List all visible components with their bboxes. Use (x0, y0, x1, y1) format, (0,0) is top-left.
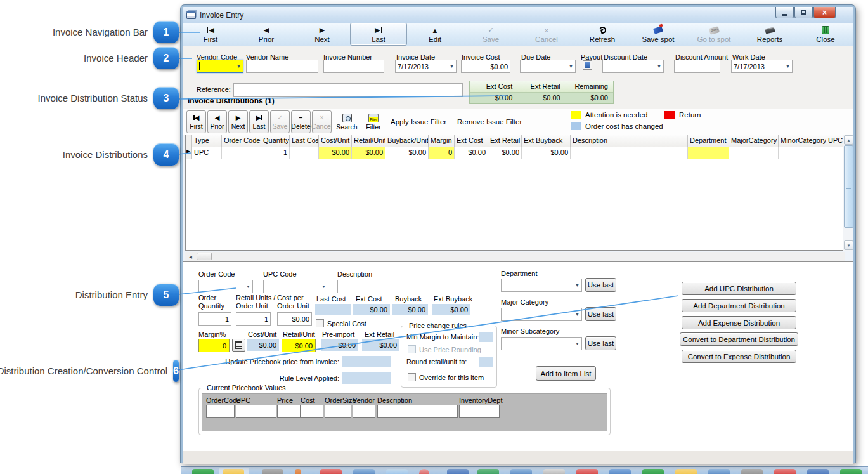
cell-description[interactable] (571, 147, 688, 159)
cell-cost-unit[interactable]: $0.00 (319, 147, 352, 159)
taskbar-item[interactable] (419, 469, 429, 474)
taskbar-item[interactable] (353, 469, 375, 474)
dist-search-button[interactable]: Search (335, 110, 359, 133)
apply-issue-filter-button[interactable]: Apply Issue Filter (391, 109, 446, 135)
cell-upc[interactable] (826, 147, 843, 159)
taskbar-item[interactable] (840, 469, 862, 474)
vendor-code-combo[interactable]: ▼ (197, 60, 243, 73)
cell-minor-category[interactable] (779, 147, 826, 159)
dist-save-button[interactable]: ✓ Save (270, 110, 290, 133)
reference-input[interactable] (233, 83, 463, 97)
pricebook-ordercode-input[interactable] (206, 405, 235, 418)
add-expense-distribution-button[interactable]: Add Expense Distribution (682, 316, 796, 329)
grid-vertical-scrollbar[interactable]: ▲ ▼ (843, 135, 853, 251)
taskbar-item[interactable] (543, 469, 565, 474)
pricebook-price-input[interactable] (277, 405, 301, 418)
taskbar-item[interactable] (477, 469, 499, 474)
cell-type[interactable]: UPC (192, 147, 222, 159)
title-bar[interactable]: Invoice Entry × (183, 7, 853, 23)
taskbar-item[interactable] (675, 469, 697, 474)
taskbar-item[interactable] (295, 469, 301, 474)
upc-code-combo[interactable]: ▼ (263, 280, 328, 293)
col-ext-cost[interactable]: Ext Cost (455, 135, 488, 147)
cell-last-cost[interactable] (290, 147, 319, 159)
cell-margin[interactable]: 0 (429, 147, 455, 159)
cell-ext-cost[interactable]: $0.00 (455, 147, 488, 159)
taskbar-item[interactable] (609, 469, 631, 474)
cell-major-category[interactable] (729, 147, 779, 159)
major-category-combo[interactable]: ▼ (501, 308, 582, 321)
department-use-last-button[interactable]: Use last (585, 278, 616, 292)
dist-last-button[interactable]: ▶ Last (249, 110, 269, 133)
special-cost-checkbox[interactable] (316, 319, 324, 327)
pricebook-description-input[interactable] (377, 405, 458, 418)
convert-to-department-distribution-button[interactable]: Convert to Department Distribution (680, 332, 798, 346)
order-code-combo[interactable]: ▼ (198, 280, 253, 293)
refresh-button[interactable]: Refresh (574, 23, 630, 46)
taskbar-item[interactable] (774, 469, 796, 474)
discount-amount-input[interactable] (674, 60, 720, 73)
pricebook-ordersize-input[interactable] (325, 405, 351, 418)
add-upc-distribution-button[interactable]: Add UPC Distribution (682, 282, 796, 295)
cell-ext-buyback[interactable]: $0.00 (522, 147, 571, 159)
add-to-item-list-button[interactable]: Add to Item List (536, 366, 596, 381)
minor-subcategory-use-last-button[interactable]: Use last (585, 336, 616, 350)
dist-next-button[interactable]: ▶ Next (228, 110, 248, 133)
dist-delete-button[interactable]: − Delete (291, 110, 311, 133)
reports-button[interactable]: Reports (742, 23, 798, 46)
invoice-number-input[interactable] (323, 60, 384, 73)
col-department[interactable]: Department (688, 135, 729, 147)
dist-filter-button[interactable]: Filter (361, 110, 385, 133)
taskbar-item[interactable] (642, 469, 664, 474)
payout-checkbox[interactable] (583, 60, 592, 70)
scroll-down-button[interactable]: ▼ (844, 240, 853, 250)
dist-first-button[interactable]: ◀ First (186, 110, 206, 133)
taskbar-item[interactable] (576, 469, 598, 474)
taskbar-item[interactable] (741, 469, 763, 474)
retail-units-input[interactable]: 1 (236, 312, 271, 326)
edit-button[interactable]: ▲ Edit (407, 23, 463, 46)
col-description[interactable]: Description (571, 135, 688, 147)
margin-input[interactable]: 0 (198, 339, 230, 352)
col-cost-unit[interactable]: Cost/Unit (319, 135, 352, 147)
due-date-combo[interactable]: ▼ (520, 60, 576, 73)
major-category-use-last-button[interactable]: Use last (585, 307, 616, 321)
discount-date-combo[interactable]: ▼ (602, 60, 664, 73)
taskbar-item[interactable] (807, 469, 829, 474)
pricebook-vendor-input[interactable] (353, 405, 375, 418)
taskbar-item[interactable] (320, 469, 342, 474)
prior-button[interactable]: ◀ Prior (238, 23, 294, 46)
close-form-button[interactable]: Close (798, 23, 853, 46)
save-spot-button[interactable]: Save spot (630, 23, 686, 46)
close-window-button[interactable]: × (813, 7, 836, 18)
taskbar-item[interactable] (223, 469, 244, 474)
cell-quantity[interactable]: 1 (261, 147, 290, 159)
pricebook-upc-input[interactable] (236, 405, 276, 418)
invoice-cost-input[interactable]: $0.00 (461, 60, 510, 73)
convert-to-expense-distribution-button[interactable]: Convert to Expense Distribution (682, 350, 796, 363)
horizontal-scroll-thumb[interactable] (197, 253, 212, 260)
work-date-combo[interactable]: 7/17/2013▼ (731, 60, 793, 73)
entry-retail-unit-input[interactable]: $0.00 (282, 339, 316, 352)
scroll-left-button[interactable]: ◀ (186, 253, 195, 260)
cell-department[interactable] (688, 147, 729, 159)
col-margin[interactable]: Margin (429, 135, 455, 147)
go-to-spot-button[interactable]: Goto Go to spot (686, 23, 742, 46)
vendor-name-input[interactable] (246, 60, 318, 73)
cell-ext-retail[interactable]: $0.00 (488, 147, 522, 159)
margin-calculator-button[interactable] (232, 339, 245, 352)
col-minor-category[interactable]: MinorCategory (779, 135, 826, 147)
dist-prior-button[interactable]: ◀ Prior (207, 110, 227, 133)
pricebook-inventorydept-input[interactable] (459, 405, 500, 418)
remove-issue-filter-button[interactable]: Remove Issue Filter (457, 109, 522, 135)
col-ext-buyback[interactable]: Ext Buyback (522, 135, 571, 147)
cell-buyback-unit[interactable]: $0.00 (385, 147, 429, 159)
save-button[interactable]: ✓ Save (463, 23, 519, 46)
grid-horizontal-scrollbar[interactable]: ◀ (185, 252, 845, 261)
maximize-button[interactable] (794, 7, 813, 18)
order-quantity-input[interactable]: 1 (198, 312, 231, 326)
vertical-scroll-thumb[interactable] (844, 145, 853, 228)
add-department-distribution-button[interactable]: Add Department Distribution (682, 299, 796, 312)
last-button[interactable]: ▶ Last (350, 23, 407, 46)
cell-order-code[interactable] (222, 147, 261, 159)
